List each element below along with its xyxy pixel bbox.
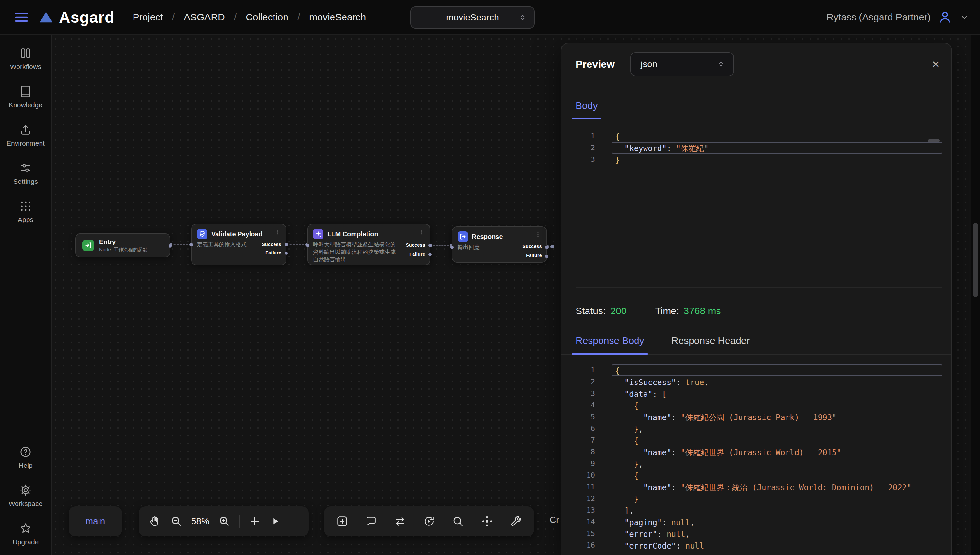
format-select-dropdown[interactable]: json: [630, 52, 734, 76]
tab-body[interactable]: Body: [576, 93, 597, 119]
app-logo[interactable]: Asgard: [39, 8, 114, 26]
sidebar-item-apps[interactable]: Apps: [0, 200, 51, 224]
code-line[interactable]: 8 "name": "侏羅紀世界 (Jurassic World) — 2015…: [576, 446, 942, 458]
close-icon[interactable]: ✕: [932, 59, 940, 70]
sidebar-item-help[interactable]: Help: [0, 446, 51, 469]
port-dot[interactable]: [450, 246, 454, 249]
sidebar-item-environment[interactable]: Environment: [0, 123, 51, 147]
navbar-right: Rytass (Asgard Partner): [826, 10, 970, 25]
add-icon[interactable]: [248, 515, 261, 528]
sidebar-item-knowledge[interactable]: Knowledge: [0, 85, 51, 109]
code-line[interactable]: 3 "data": [: [576, 388, 942, 399]
sidebar-item-workspace[interactable]: Workspace: [0, 484, 51, 508]
search-icon[interactable]: [452, 515, 464, 528]
editor-scroll-thumb[interactable]: [928, 140, 940, 142]
code-line[interactable]: 7 {: [576, 435, 942, 446]
port-dot[interactable]: [168, 244, 172, 248]
code-text[interactable]: {: [612, 364, 942, 376]
code-text[interactable]: {: [612, 399, 942, 411]
code-line[interactable]: 14 "paging": null,: [576, 516, 942, 528]
port-dot[interactable]: [190, 243, 193, 246]
code-text[interactable]: {: [612, 130, 942, 142]
wrench-icon[interactable]: [509, 515, 522, 528]
kebab-menu-icon[interactable]: [274, 229, 281, 235]
code-text[interactable]: "error": null,: [612, 528, 942, 539]
scrollbar-thumb[interactable]: [973, 223, 978, 297]
port-dot[interactable]: [306, 244, 309, 247]
request-body-editor[interactable]: 1{2 "keyword": "侏羅紀"3}: [576, 130, 942, 288]
code-line[interactable]: 10 {: [576, 469, 942, 481]
sidebar-top-group: Workflows Knowledge Environment Settings…: [0, 47, 51, 224]
pan-hand-icon[interactable]: [149, 515, 162, 528]
chevron-down-icon[interactable]: [959, 12, 970, 22]
zoom-out-icon[interactable]: [170, 515, 183, 528]
port-dot[interactable]: [285, 252, 288, 255]
code-line[interactable]: 5 "name": "侏羅紀公園 (Jurassic Park) — 1993": [576, 411, 942, 423]
port-dot[interactable]: [545, 255, 548, 258]
rerun-icon[interactable]: [423, 515, 436, 528]
code-text[interactable]: {: [612, 435, 942, 446]
sidebar-item-workflows[interactable]: Workflows: [0, 47, 51, 71]
code-line[interactable]: 15 "error": null,: [576, 528, 942, 539]
code-line[interactable]: 3}: [576, 154, 942, 165]
port-dot[interactable]: [428, 244, 432, 247]
node-validate-payload[interactable]: Validate Payload 定義工具的輸入格式 Success Failu…: [191, 224, 287, 265]
branch-button[interactable]: main: [69, 506, 122, 536]
breadcrumb-project[interactable]: Project: [133, 12, 163, 23]
response-body-editor[interactable]: 1{2 "isSuccess": true,3 "data": [4 {5 "n…: [576, 364, 942, 555]
code-text[interactable]: }: [612, 154, 942, 165]
code-line[interactable]: 9 },: [576, 458, 942, 469]
hamburger-menu-icon[interactable]: [10, 6, 32, 28]
code-line[interactable]: 2 "keyword": "侏羅紀": [576, 142, 942, 154]
breadcrumb-asgard[interactable]: ASGARD: [184, 12, 225, 23]
kebab-menu-icon[interactable]: [535, 231, 541, 238]
code-line[interactable]: 1{: [576, 130, 942, 142]
code-text[interactable]: },: [612, 458, 942, 469]
code-line[interactable]: 12 }: [576, 493, 942, 504]
breadcrumb-collection[interactable]: Collection: [246, 12, 288, 23]
code-line[interactable]: 4 {: [576, 399, 942, 411]
code-line[interactable]: 13 ],: [576, 504, 942, 516]
node-llm-completion[interactable]: LLM Completion 呼叫大型語言模型並產生結構化的資料輸出以輔助流程的…: [307, 224, 431, 265]
sidebar-item-upgrade[interactable]: Upgrade: [0, 522, 51, 546]
edge-llm-response: [431, 245, 452, 246]
user-avatar-icon[interactable]: [937, 10, 953, 25]
code-line[interactable]: 11 "name": "侏羅紀世界：統治 (Jurassic World: Do…: [576, 481, 942, 493]
code-text[interactable]: "keyword": "侏羅紀": [612, 142, 942, 154]
code-line[interactable]: 16 "errorCode": null: [576, 539, 942, 551]
tab-response-header[interactable]: Response Header: [671, 327, 750, 354]
code-text[interactable]: "name": "侏羅紀公園 (Jurassic Park) — 1993": [612, 411, 942, 423]
code-text[interactable]: "data": [: [612, 388, 942, 399]
run-play-icon[interactable]: [270, 516, 281, 527]
code-text[interactable]: ],: [612, 504, 942, 516]
port-dot[interactable]: [428, 253, 432, 256]
node-entry[interactable]: Entry Node: 工作流程的起點: [75, 233, 170, 257]
zoom-in-icon[interactable]: [218, 515, 231, 528]
code-line[interactable]: 6 },: [576, 423, 942, 435]
star-icon: [19, 522, 32, 535]
swap-arrows-icon[interactable]: [394, 515, 407, 528]
code-text[interactable]: },: [612, 423, 942, 435]
port-dot[interactable]: [545, 246, 548, 249]
code-text[interactable]: {: [612, 469, 942, 481]
comment-icon[interactable]: [365, 515, 378, 528]
code-text[interactable]: "name": "侏羅紀世界：統治 (Jurassic World: Domin…: [612, 481, 942, 493]
add-node-icon[interactable]: [336, 515, 349, 528]
app-window: Asgard Project / ASGARD / Collection / m…: [0, 0, 980, 555]
breadcrumb-moviesearch[interactable]: movieSearch: [309, 12, 366, 23]
tab-response-body[interactable]: Response Body: [576, 327, 644, 354]
page-scrollbar[interactable]: [971, 35, 980, 555]
workflow-select-dropdown[interactable]: movieSearch: [410, 6, 535, 29]
kebab-menu-icon[interactable]: [418, 229, 424, 235]
code-text[interactable]: "paging": null,: [612, 516, 942, 528]
port-dot[interactable]: [285, 243, 288, 246]
code-text[interactable]: "errorCode": null: [612, 539, 942, 551]
node-response[interactable]: Response 輸出回應 Success Failure: [452, 226, 547, 263]
code-line[interactable]: 2 "isSuccess": true,: [576, 376, 942, 388]
sidebar-item-settings[interactable]: Settings: [0, 162, 51, 185]
auto-layout-icon[interactable]: [480, 515, 493, 528]
code-line[interactable]: 1{: [576, 364, 942, 376]
code-text[interactable]: }: [612, 493, 942, 504]
code-text[interactable]: "isSuccess": true,: [612, 376, 942, 388]
code-text[interactable]: "name": "侏羅紀世界 (Jurassic World) — 2015": [612, 446, 942, 458]
